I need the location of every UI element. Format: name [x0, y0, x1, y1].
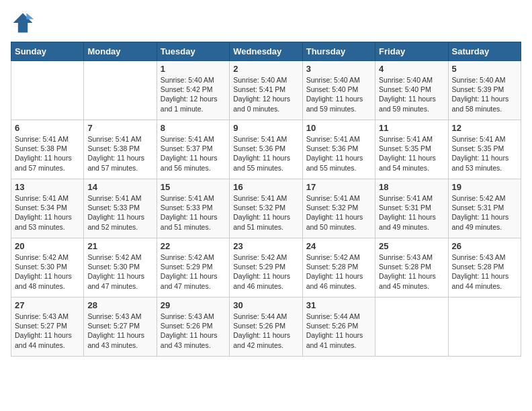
day-detail: Sunrise: 5:41 AM Sunset: 5:38 PM Dayligh…	[15, 134, 80, 173]
day-detail: Sunrise: 5:41 AM Sunset: 5:34 PM Dayligh…	[15, 193, 80, 232]
weekday-sunday: Sunday	[11, 42, 84, 61]
day-cell	[84, 61, 157, 120]
day-number: 4	[379, 64, 444, 74]
calendar-body: 1Sunrise: 5:40 AM Sunset: 5:42 PM Daylig…	[11, 61, 521, 357]
day-cell: 7Sunrise: 5:41 AM Sunset: 5:38 PM Daylig…	[84, 120, 157, 179]
day-cell	[375, 298, 448, 357]
weekday-tuesday: Tuesday	[157, 42, 229, 61]
day-detail: Sunrise: 5:42 AM Sunset: 5:28 PM Dayligh…	[306, 253, 371, 291]
day-number: 10	[306, 123, 371, 133]
day-number: 14	[87, 182, 152, 192]
day-detail: Sunrise: 5:40 AM Sunset: 5:39 PM Dayligh…	[452, 75, 517, 113]
day-number: 18	[379, 182, 444, 192]
day-detail: Sunrise: 5:41 AM Sunset: 5:38 PM Dayligh…	[87, 134, 152, 173]
day-number: 8	[161, 123, 226, 133]
day-number: 28	[87, 300, 152, 310]
day-number: 2	[233, 64, 298, 74]
day-detail: Sunrise: 5:42 AM Sunset: 5:30 PM Dayligh…	[15, 253, 80, 291]
day-number: 1	[161, 64, 226, 74]
day-detail: Sunrise: 5:40 AM Sunset: 5:40 PM Dayligh…	[379, 75, 444, 113]
day-cell: 2Sunrise: 5:40 AM Sunset: 5:41 PM Daylig…	[230, 61, 302, 120]
day-cell	[11, 61, 84, 120]
day-cell: 28Sunrise: 5:43 AM Sunset: 5:27 PM Dayli…	[84, 298, 157, 357]
weekday-header-row: SundayMondayTuesdayWednesdayThursdayFrid…	[11, 42, 521, 61]
day-number: 25	[379, 241, 444, 251]
day-detail: Sunrise: 5:40 AM Sunset: 5:41 PM Dayligh…	[233, 75, 298, 113]
day-cell: 24Sunrise: 5:42 AM Sunset: 5:28 PM Dayli…	[302, 238, 375, 298]
day-detail: Sunrise: 5:42 AM Sunset: 5:31 PM Dayligh…	[452, 193, 517, 232]
day-detail: Sunrise: 5:41 AM Sunset: 5:37 PM Dayligh…	[161, 134, 226, 173]
day-cell: 19Sunrise: 5:42 AM Sunset: 5:31 PM Dayli…	[448, 179, 521, 238]
day-cell: 20Sunrise: 5:42 AM Sunset: 5:30 PM Dayli…	[11, 238, 84, 298]
day-cell: 10Sunrise: 5:41 AM Sunset: 5:36 PM Dayli…	[302, 120, 375, 179]
weekday-saturday: Saturday	[448, 42, 521, 61]
day-detail: Sunrise: 5:41 AM Sunset: 5:36 PM Dayligh…	[306, 134, 371, 173]
day-cell: 16Sunrise: 5:41 AM Sunset: 5:32 PM Dayli…	[230, 179, 302, 238]
day-cell: 11Sunrise: 5:41 AM Sunset: 5:35 PM Dayli…	[375, 120, 448, 179]
weekday-thursday: Thursday	[302, 42, 375, 61]
day-detail: Sunrise: 5:43 AM Sunset: 5:27 PM Dayligh…	[87, 312, 152, 350]
day-detail: Sunrise: 5:40 AM Sunset: 5:42 PM Dayligh…	[161, 75, 226, 113]
weekday-wednesday: Wednesday	[230, 42, 302, 61]
day-number: 11	[379, 123, 444, 133]
day-detail: Sunrise: 5:43 AM Sunset: 5:28 PM Dayligh…	[452, 253, 517, 291]
day-cell: 5Sunrise: 5:40 AM Sunset: 5:39 PM Daylig…	[448, 61, 521, 120]
day-number: 31	[306, 300, 371, 310]
day-cell: 27Sunrise: 5:43 AM Sunset: 5:27 PM Dayli…	[11, 298, 84, 357]
day-cell: 8Sunrise: 5:41 AM Sunset: 5:37 PM Daylig…	[157, 120, 229, 179]
day-number: 19	[452, 182, 517, 192]
week-row-5: 27Sunrise: 5:43 AM Sunset: 5:27 PM Dayli…	[11, 298, 521, 357]
day-number: 29	[161, 300, 226, 310]
day-cell: 23Sunrise: 5:42 AM Sunset: 5:29 PM Dayli…	[230, 238, 302, 298]
day-cell: 17Sunrise: 5:41 AM Sunset: 5:32 PM Dayli…	[302, 179, 375, 238]
day-detail: Sunrise: 5:41 AM Sunset: 5:35 PM Dayligh…	[379, 134, 444, 173]
day-number: 30	[233, 300, 298, 310]
day-detail: Sunrise: 5:43 AM Sunset: 5:28 PM Dayligh…	[379, 253, 444, 291]
day-number: 24	[306, 241, 371, 251]
day-detail: Sunrise: 5:41 AM Sunset: 5:31 PM Dayligh…	[379, 193, 444, 232]
day-cell: 9Sunrise: 5:41 AM Sunset: 5:36 PM Daylig…	[230, 120, 302, 179]
day-number: 9	[233, 123, 298, 133]
weekday-friday: Friday	[375, 42, 448, 61]
day-cell: 1Sunrise: 5:40 AM Sunset: 5:42 PM Daylig…	[157, 61, 229, 120]
weekday-monday: Monday	[84, 42, 157, 61]
day-cell: 14Sunrise: 5:41 AM Sunset: 5:33 PM Dayli…	[84, 179, 157, 238]
day-detail: Sunrise: 5:44 AM Sunset: 5:26 PM Dayligh…	[306, 312, 371, 350]
day-cell: 25Sunrise: 5:43 AM Sunset: 5:28 PM Dayli…	[375, 238, 448, 298]
logo	[11, 11, 39, 35]
day-detail: Sunrise: 5:44 AM Sunset: 5:26 PM Dayligh…	[233, 312, 298, 350]
day-number: 26	[452, 241, 517, 251]
week-row-3: 13Sunrise: 5:41 AM Sunset: 5:34 PM Dayli…	[11, 179, 521, 238]
day-number: 21	[87, 241, 152, 251]
day-detail: Sunrise: 5:41 AM Sunset: 5:32 PM Dayligh…	[233, 193, 298, 232]
day-cell: 4Sunrise: 5:40 AM Sunset: 5:40 PM Daylig…	[375, 61, 448, 120]
day-cell: 3Sunrise: 5:40 AM Sunset: 5:40 PM Daylig…	[302, 61, 375, 120]
day-cell: 18Sunrise: 5:41 AM Sunset: 5:31 PM Dayli…	[375, 179, 448, 238]
day-cell: 26Sunrise: 5:43 AM Sunset: 5:28 PM Dayli…	[448, 238, 521, 298]
day-cell: 30Sunrise: 5:44 AM Sunset: 5:26 PM Dayli…	[230, 298, 302, 357]
day-cell: 21Sunrise: 5:42 AM Sunset: 5:30 PM Dayli…	[84, 238, 157, 298]
day-number: 15	[161, 182, 226, 192]
svg-marker-1	[26, 13, 34, 19]
day-detail: Sunrise: 5:41 AM Sunset: 5:35 PM Dayligh…	[452, 134, 517, 173]
week-row-4: 20Sunrise: 5:42 AM Sunset: 5:30 PM Dayli…	[11, 238, 521, 298]
day-cell: 6Sunrise: 5:41 AM Sunset: 5:38 PM Daylig…	[11, 120, 84, 179]
day-number: 3	[306, 64, 371, 74]
day-number: 6	[15, 123, 80, 133]
week-row-2: 6Sunrise: 5:41 AM Sunset: 5:38 PM Daylig…	[11, 120, 521, 179]
day-detail: Sunrise: 5:41 AM Sunset: 5:32 PM Dayligh…	[306, 193, 371, 232]
day-detail: Sunrise: 5:43 AM Sunset: 5:27 PM Dayligh…	[15, 312, 80, 350]
day-detail: Sunrise: 5:41 AM Sunset: 5:33 PM Dayligh…	[87, 193, 152, 232]
day-cell: 29Sunrise: 5:43 AM Sunset: 5:26 PM Dayli…	[157, 298, 229, 357]
day-number: 7	[87, 123, 152, 133]
day-cell: 22Sunrise: 5:42 AM Sunset: 5:29 PM Dayli…	[157, 238, 229, 298]
day-detail: Sunrise: 5:42 AM Sunset: 5:29 PM Dayligh…	[161, 253, 226, 291]
day-cell: 13Sunrise: 5:41 AM Sunset: 5:34 PM Dayli…	[11, 179, 84, 238]
day-detail: Sunrise: 5:42 AM Sunset: 5:30 PM Dayligh…	[87, 253, 152, 291]
day-number: 22	[161, 241, 226, 251]
day-number: 20	[15, 241, 80, 251]
logo-icon	[11, 11, 35, 35]
calendar-header: SundayMondayTuesdayWednesdayThursdayFrid…	[11, 42, 521, 61]
day-number: 27	[15, 300, 80, 310]
day-detail: Sunrise: 5:41 AM Sunset: 5:36 PM Dayligh…	[233, 134, 298, 173]
